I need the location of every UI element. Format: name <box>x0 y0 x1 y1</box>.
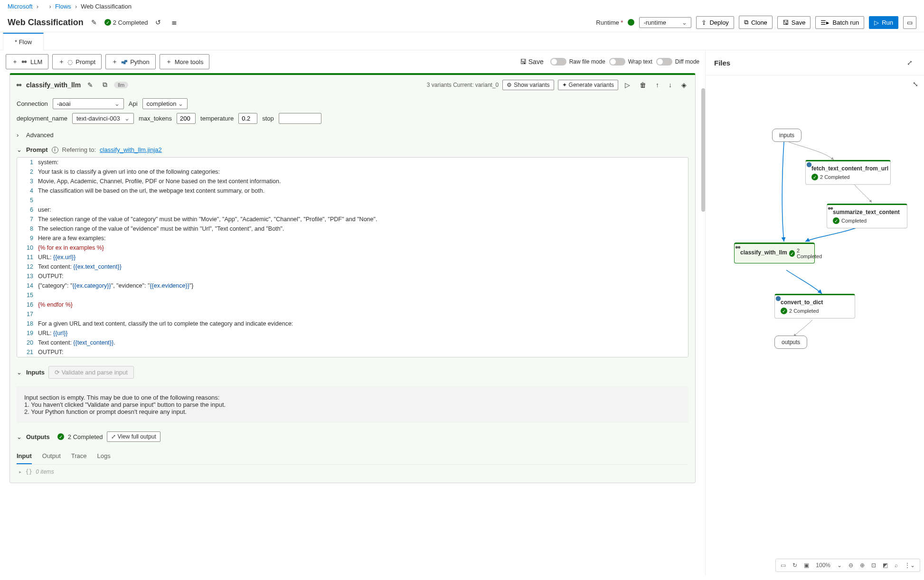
validate-input-button[interactable]: ⟳ Validate and parse input <box>48 366 134 379</box>
graph-node-classify[interactable]: classify_with_llm ✓2 Completed <box>734 243 815 263</box>
subtab-input[interactable]: Input <box>17 449 32 464</box>
save-button[interactable]: 🖫Save <box>777 16 811 29</box>
temperature-label: temperature <box>200 115 234 122</box>
api-select[interactable]: completion⌄ <box>142 98 188 109</box>
expand-files-icon[interactable]: ⤢ <box>904 57 915 68</box>
zoom-out-icon[interactable]: ⊖ <box>846 560 856 571</box>
node-card-classify-with-llm: classify_with_llm ✎ ⧉ llm 3 variants Cur… <box>9 73 696 483</box>
prompt-file-link[interactable]: classify_with_llm.jinja2 <box>100 146 162 153</box>
delete-node-icon[interactable]: 🗑 <box>637 79 649 91</box>
focus-node-icon[interactable]: ◈ <box>679 79 689 91</box>
svg-point-2 <box>17 84 19 86</box>
svg-point-8 <box>738 246 740 248</box>
deployment-select[interactable]: text-davinci-003⌄ <box>72 113 134 124</box>
bulb-icon: ◌ <box>67 58 73 65</box>
check-circle-icon: ✓ <box>104 19 111 26</box>
raw-file-toggle[interactable] <box>550 58 566 65</box>
outputs-status: 2 Completed <box>68 433 103 440</box>
diff-mode-toggle[interactable] <box>656 58 672 65</box>
expand-icon: ⤢ <box>111 433 116 440</box>
llm-icon <box>16 82 22 88</box>
flow-graph[interactable]: ⤡ inputs fetch_text_content_from_url ✓2 … <box>706 75 924 576</box>
node-toolbar: ＋ LLM ＋ ◌Prompt ＋ Python ＋ More tools 🖫 … <box>0 50 705 73</box>
connection-label: Connection <box>17 100 48 107</box>
copy-icon: ⧉ <box>744 19 748 26</box>
wrap-text-label: Wrap text <box>628 58 652 65</box>
minimap-icon[interactable]: ◩ <box>880 560 891 571</box>
python-icon <box>121 58 127 65</box>
svg-point-5 <box>828 207 830 209</box>
view-full-output-button[interactable]: ⤢View full output <box>107 431 160 442</box>
add-prompt-button[interactable]: ＋ ◌Prompt <box>52 54 102 69</box>
copy-node-icon[interactable]: ⧉ <box>100 79 110 91</box>
stop-label: stop <box>262 115 274 122</box>
batch-run-button[interactable]: ☰▸Batch run <box>815 16 864 29</box>
advanced-toggle[interactable]: › Advanced <box>17 128 688 142</box>
zoom-in-icon[interactable]: ⊕ <box>857 560 867 571</box>
tab-flow[interactable]: * Flow <box>3 33 44 50</box>
zoom-fit-icon[interactable]: ⊡ <box>868 560 879 571</box>
graph-node-summarize[interactable]: summarize_text_content ✓Completed <box>827 204 907 228</box>
svg-point-9 <box>776 296 781 301</box>
add-llm-button[interactable]: ＋ LLM <box>6 54 48 69</box>
graph-refresh-icon[interactable]: ↻ <box>790 560 800 571</box>
play-icon: ▷ <box>874 19 879 26</box>
runtime-select[interactable]: -runtime⌄ <box>639 17 691 28</box>
svg-point-1 <box>24 60 27 63</box>
breadcrumb-root[interactable]: Microsoft <box>8 3 33 10</box>
temperature-input[interactable] <box>238 113 257 124</box>
prompt-editor[interactable]: 1system:2Your task is to classify a give… <box>17 157 688 357</box>
info-icon[interactable]: i <box>52 147 58 153</box>
clone-button[interactable]: ⧉Clone <box>739 16 773 29</box>
llm-icon <box>827 205 834 212</box>
graph-node-fetch[interactable]: fetch_text_content_from_url ✓2 Completed <box>805 160 891 185</box>
raw-file-label: Raw file mode <box>569 58 605 65</box>
graph-node-convert[interactable]: convert_to_dict ✓2 Completed <box>774 294 855 318</box>
prompt-label: Prompt <box>26 146 48 153</box>
more-icon[interactable]: ⋮⌄ <box>902 560 918 571</box>
save-flow-button[interactable]: 🖫 Save <box>517 56 547 67</box>
more-tools-button[interactable]: ＋ More tools <box>160 54 210 69</box>
subtab-output[interactable]: Output <box>42 449 61 464</box>
api-label: Api <box>129 100 138 107</box>
graph-fit-icon[interactable]: ▣ <box>801 560 812 571</box>
connection-select[interactable]: -aoai⌄ <box>53 98 124 109</box>
chevron-right-icon: › <box>37 3 38 10</box>
max-tokens-input[interactable] <box>177 113 196 124</box>
subtab-trace[interactable]: Trace <box>71 449 87 464</box>
add-python-button[interactable]: ＋ Python <box>105 54 155 69</box>
run-node-icon[interactable]: ▷ <box>622 79 633 91</box>
deploy-button[interactable]: ⇪Deploy <box>696 16 734 29</box>
search-icon[interactable]: ⌕ <box>892 560 901 571</box>
page-title: Web Classification <box>8 18 84 28</box>
edit-node-name-icon[interactable]: ✎ <box>85 79 96 91</box>
scrollbar[interactable] <box>701 88 705 212</box>
output-subtabs: Input Output Trace Logs <box>17 449 688 465</box>
graph-layout-icon[interactable]: ▭ <box>778 560 789 571</box>
batch-icon: ☰▸ <box>820 19 830 26</box>
chevron-down-icon: ⌄ <box>17 369 22 376</box>
run-button[interactable]: ▷Run <box>869 16 898 29</box>
check-circle-icon: ✓ <box>833 217 839 224</box>
graph-node-outputs[interactable]: outputs <box>774 336 807 349</box>
breadcrumb: Microsoft › x › Flows › Web Classificati… <box>0 0 924 13</box>
layout-icon[interactable]: ▭ <box>903 16 916 29</box>
breadcrumb-flows[interactable]: Flows <box>55 3 71 10</box>
history-icon[interactable]: ↺ <box>152 17 164 28</box>
move-up-icon[interactable]: ↑ <box>653 79 662 91</box>
edit-title-icon[interactable]: ✎ <box>88 17 100 28</box>
generate-variants-button[interactable]: ✦Generate variants <box>558 80 618 90</box>
move-down-icon[interactable]: ↓ <box>666 79 675 91</box>
subtab-logs[interactable]: Logs <box>97 449 111 464</box>
list-icon[interactable]: ≣ <box>169 17 180 28</box>
show-variants-button[interactable]: ⚙Show variants <box>502 80 554 90</box>
inputs-empty-message: Input section is empty. This may be due … <box>17 386 688 423</box>
llm-icon <box>21 58 28 65</box>
graph-node-inputs[interactable]: inputs <box>772 129 801 142</box>
files-title: Files <box>714 59 730 67</box>
stop-input[interactable] <box>279 113 321 124</box>
graph-toolbar: ▭ ↻ ▣ 100%⌄ ⊖ ⊕ ⊡ ◩ ⌕ ⋮⌄ <box>775 559 920 572</box>
node-name: classify_with_llm <box>26 81 81 89</box>
wrap-text-toggle[interactable] <box>609 58 625 65</box>
sliders-icon: ⚙ <box>507 82 512 88</box>
